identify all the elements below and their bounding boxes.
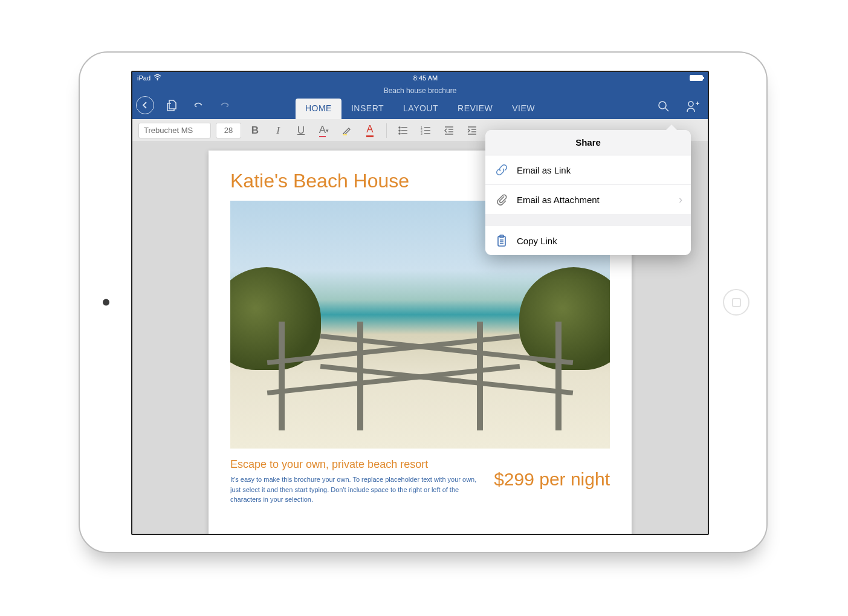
- tab-review[interactable]: REVIEW: [448, 99, 502, 119]
- share-copy-link[interactable]: Copy Link: [485, 226, 691, 255]
- italic-button[interactable]: I: [269, 122, 287, 140]
- ipad-home-button[interactable]: [723, 289, 749, 316]
- svg-point-8: [399, 133, 400, 134]
- share-email-link-label: Email as Link: [517, 165, 571, 175]
- search-button[interactable]: [655, 97, 673, 115]
- doc-price[interactable]: $299 per night: [494, 458, 610, 490]
- share-email-attachment-label: Email as Attachment: [517, 195, 600, 205]
- indent-button[interactable]: [463, 122, 481, 140]
- bold-button[interactable]: B: [246, 122, 264, 140]
- font-name-picker[interactable]: Trebuchet MS: [138, 123, 211, 138]
- svg-text:3: 3: [421, 132, 422, 135]
- outdent-button[interactable]: [440, 122, 458, 140]
- share-popover: Share Email as Link Email as Attachment …: [485, 130, 691, 255]
- ribbon-header: Beach house brochure HOME: [132, 84, 708, 119]
- tab-insert[interactable]: INSERT: [341, 99, 393, 119]
- doc-body-text[interactable]: It's easy to make this brochure your own…: [230, 475, 479, 505]
- share-popover-title: Share: [485, 130, 691, 155]
- font-color-button[interactable]: A: [361, 122, 379, 140]
- svg-rect-3: [343, 134, 347, 135]
- document-title: Beach house brochure: [132, 86, 708, 95]
- tab-layout[interactable]: LAYOUT: [393, 99, 448, 119]
- chevron-right-icon: ›: [679, 193, 682, 206]
- svg-point-2: [688, 102, 693, 106]
- ipad-frame: iPad 8:45 AM Beach house brochure: [79, 51, 768, 553]
- font-size-picker[interactable]: 28: [216, 123, 241, 138]
- highlight-button[interactable]: [338, 122, 356, 140]
- ipad-camera: [103, 299, 109, 306]
- svg-point-1: [659, 102, 666, 109]
- font-style-button[interactable]: A▾: [315, 122, 333, 140]
- share-copy-link-label: Copy Link: [517, 236, 557, 246]
- paperclip-icon: [495, 193, 508, 206]
- undo-button[interactable]: [189, 96, 207, 114]
- share-button[interactable]: [684, 97, 702, 115]
- device-label: iPad: [137, 74, 151, 82]
- battery-icon: [690, 75, 703, 81]
- status-bar: iPad 8:45 AM: [132, 72, 708, 84]
- bullets-button[interactable]: [394, 122, 412, 140]
- tab-view[interactable]: VIEW: [502, 99, 545, 119]
- popover-gap: [485, 214, 691, 226]
- share-email-link[interactable]: Email as Link: [485, 155, 691, 185]
- tab-home[interactable]: HOME: [296, 99, 341, 119]
- clipboard-icon: [495, 234, 508, 247]
- share-email-attachment[interactable]: Email as Attachment ›: [485, 185, 691, 214]
- wifi-icon: [154, 74, 161, 82]
- file-button[interactable]: [163, 96, 181, 114]
- svg-point-0: [157, 79, 158, 80]
- numbering-button[interactable]: 123: [417, 122, 435, 140]
- screen: iPad 8:45 AM Beach house brochure: [131, 71, 709, 535]
- underline-button[interactable]: U: [292, 122, 310, 140]
- svg-point-4: [399, 127, 400, 128]
- svg-point-6: [399, 130, 400, 131]
- doc-subheading[interactable]: Escape to your own, private beach resort: [230, 458, 479, 471]
- back-button[interactable]: [136, 96, 154, 114]
- clock: 8:45 AM: [413, 74, 438, 82]
- link-icon: [495, 163, 508, 177]
- ribbon-tabs: HOME INSERT LAYOUT REVIEW VIEW: [296, 99, 545, 119]
- home-square-icon: [732, 298, 741, 307]
- separator: [386, 123, 387, 138]
- redo-button[interactable]: [216, 96, 234, 114]
